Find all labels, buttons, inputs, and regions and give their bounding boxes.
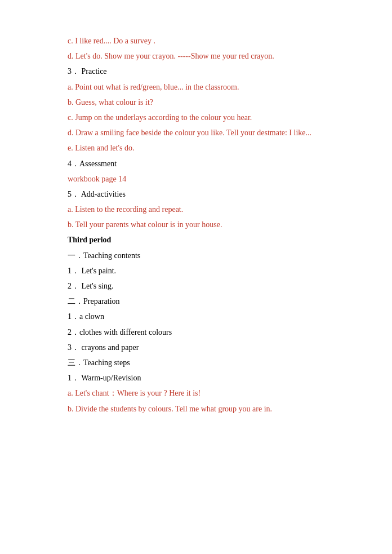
line-c-survey: c. I like red.... Do a survey . xyxy=(68,34,324,48)
line-teaching-contents: 一．Teaching contents xyxy=(68,249,324,263)
line-workbook: workbook page 14 xyxy=(68,172,324,186)
line-a-chant: a. Let's chant：Where is your ? Here it i… xyxy=(68,386,324,400)
line-d-crayon: d. Let's do. Show me your crayon. -----S… xyxy=(68,49,324,63)
line-1-clown: 1．a clown xyxy=(68,309,324,323)
line-4-assessment: 4．Assessment xyxy=(68,157,324,171)
line-b-tell-parents: b. Tell your parents what colour is in y… xyxy=(68,218,324,232)
main-content: c. I like red.... Do a survey . d. Let's… xyxy=(68,34,324,416)
line-third-period: Third period xyxy=(68,233,324,247)
line-b-divide: b. Divide the students by colours. Tell … xyxy=(68,402,324,416)
line-3-practice: 3． Practice xyxy=(68,64,324,78)
line-d-draw: d. Draw a smiling face beside the colour… xyxy=(68,126,324,140)
line-a-listen-recording: a. Listen to the recording and repeat. xyxy=(68,202,324,216)
line-e-listen: e. Listen and let's do. xyxy=(68,141,324,155)
line-2-clothes: 2．clothes with different colours xyxy=(68,325,324,339)
line-1-warmup: 1． Warm-up/Revision xyxy=(68,371,324,385)
line-2-lets-sing: 2． Let's sing. xyxy=(68,279,324,293)
line-b-guess: b. Guess, what colour is it? xyxy=(68,95,324,109)
line-1-lets-paint: 1． Let's paint. xyxy=(68,264,324,278)
line-a-point-out: a. Point out what is red/green, blue... … xyxy=(68,80,324,94)
line-teaching-steps: 三．Teaching steps xyxy=(68,356,324,370)
line-c-jump: c. Jump on the underlays according to th… xyxy=(68,110,324,125)
line-3-crayons: 3． crayons and paper xyxy=(68,340,324,354)
line-5-add-activities: 5． Add-activities xyxy=(68,187,324,201)
line-preparation: 二．Preparation xyxy=(68,294,324,308)
